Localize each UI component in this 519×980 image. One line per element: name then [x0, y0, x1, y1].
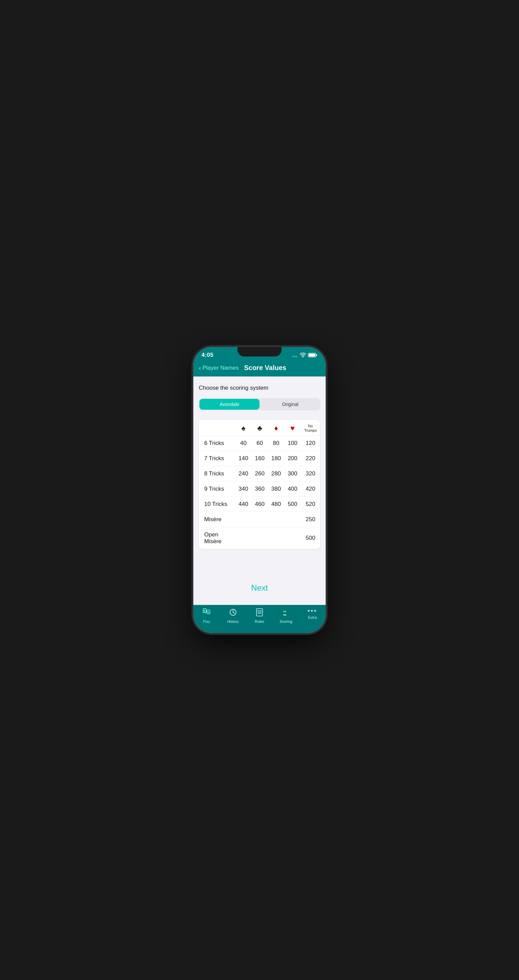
svg-text:♠: ♠ [204, 609, 206, 612]
notch [238, 347, 281, 356]
cell-diamond: 380 [268, 482, 284, 497]
phone-device: 4:05 [193, 347, 326, 633]
tab-history-label: History [227, 619, 239, 624]
main-content: Choose the scoring system Avondale Origi… [193, 377, 326, 605]
row-label: 7 Tricks [199, 451, 235, 466]
cell-club: 360 [252, 482, 268, 497]
tab-extra-label: Extra [308, 616, 317, 619]
cell-spade: 140 [235, 451, 251, 466]
tab-scoring[interactable]: ♦♠ ♣♠ Scoring [276, 608, 296, 624]
history-icon [228, 608, 238, 618]
section-title: Choose the scoring system [199, 385, 320, 391]
status-icons [292, 353, 318, 358]
tab-rules[interactable]: Rules [249, 608, 270, 624]
phone-screen: 4:05 [193, 347, 326, 633]
cell-club: 460 [252, 497, 268, 512]
svg-rect-4 [309, 354, 315, 357]
cell-spade [235, 527, 251, 549]
cell-club: 60 [252, 436, 268, 451]
svg-point-2 [296, 356, 297, 357]
scoring-icon: ♦♠ ♣♠ [281, 608, 291, 618]
svg-text:♣: ♣ [207, 611, 209, 614]
page-title: Score Values [244, 364, 286, 372]
nav-header: ‹ Player Names Score Values [193, 361, 326, 377]
cell-diamond: 80 [268, 436, 284, 451]
wifi-icon [300, 353, 306, 358]
cell-noTrumps: 120 [300, 436, 320, 451]
tab-history[interactable]: History [223, 608, 243, 624]
tab-extra[interactable]: ••• Extra [302, 608, 323, 624]
cell-heart [284, 512, 300, 527]
status-bar: 4:05 [193, 347, 326, 361]
chevron-left-icon: ‹ [199, 364, 201, 372]
header-heart: ♥ [284, 420, 300, 436]
segment-avondale[interactable]: Avondale [200, 399, 260, 410]
cell-diamond [268, 512, 284, 527]
row-label: 9 Tricks [199, 482, 235, 497]
back-label: Player Names [203, 364, 239, 371]
header-club: ♣ [252, 420, 268, 436]
svg-text:♦♠: ♦♠ [283, 610, 286, 613]
cell-noTrumps: 520 [300, 497, 320, 512]
svg-point-0 [292, 356, 294, 357]
cell-club: 160 [252, 451, 268, 466]
table-row: 8 Tricks240260280300320 [199, 466, 320, 482]
cell-heart: 400 [284, 482, 300, 497]
table-row: 7 Tricks140160180200220 [199, 451, 320, 466]
cell-noTrumps: 220 [300, 451, 320, 466]
back-button[interactable]: ‹ Player Names [199, 364, 238, 372]
cell-spade: 340 [235, 482, 251, 497]
table-row: Misère250 [199, 512, 320, 527]
next-button[interactable]: Next [199, 576, 320, 600]
cell-heart: 300 [284, 466, 300, 482]
tab-rules-label: Rules [255, 619, 264, 624]
cell-diamond [268, 527, 284, 549]
row-label: 10 Tricks [199, 497, 235, 512]
row-label: Open Misère [199, 527, 235, 549]
table-row: 9 Tricks340360380400420 [199, 482, 320, 497]
table-row: 6 Tricks406080100120 [199, 436, 320, 451]
tab-play[interactable]: ♠ ♠ ♣ Play [196, 608, 217, 624]
table-row: 10 Tricks440460480500520 [199, 497, 320, 512]
cell-spade: 40 [235, 436, 251, 451]
rules-icon [255, 608, 264, 618]
row-label: 6 Tricks [199, 436, 235, 451]
signal-dots-icon [292, 353, 298, 357]
header-spade: ♠ [235, 420, 251, 436]
cell-diamond: 480 [268, 497, 284, 512]
svg-rect-13 [256, 609, 263, 616]
svg-text:♣♠: ♣♠ [283, 613, 287, 616]
segment-original[interactable]: Original [260, 398, 320, 410]
tab-bar: ♠ ♠ ♣ Play History [193, 605, 326, 633]
cell-diamond: 180 [268, 451, 284, 466]
cell-spade [235, 512, 251, 527]
extra-icon: ••• [308, 608, 317, 614]
cell-heart: 200 [284, 451, 300, 466]
cell-club [252, 512, 268, 527]
score-table: ♠ ♣ ♦ ♥ NoTrumps [199, 420, 320, 549]
header-diamond: ♦ [268, 420, 284, 436]
cell-noTrumps: 250 [300, 512, 320, 527]
segment-control[interactable]: Avondale Original [199, 398, 320, 410]
cell-spade: 440 [235, 497, 251, 512]
cell-noTrumps: 320 [300, 466, 320, 482]
cell-heart: 500 [284, 497, 300, 512]
svg-point-1 [294, 356, 295, 357]
cell-noTrumps: 500 [300, 527, 320, 549]
cell-heart [284, 527, 300, 549]
cell-spade: 240 [235, 466, 251, 482]
tab-play-label: Play [203, 619, 210, 624]
table-row: Open Misère500 [199, 527, 320, 549]
row-label: 8 Tricks [199, 466, 235, 482]
score-card: ♠ ♣ ♦ ♥ NoTrumps [199, 420, 320, 549]
cell-club: 260 [252, 466, 268, 482]
svg-rect-5 [316, 355, 317, 356]
cell-heart: 100 [284, 436, 300, 451]
cell-noTrumps: 420 [300, 482, 320, 497]
cell-club [252, 527, 268, 549]
row-label: Misère [199, 512, 235, 527]
header-no-trumps: NoTrumps [300, 420, 320, 436]
cell-diamond: 280 [268, 466, 284, 482]
battery-icon [308, 353, 318, 358]
tab-scoring-label: Scoring [279, 619, 292, 624]
